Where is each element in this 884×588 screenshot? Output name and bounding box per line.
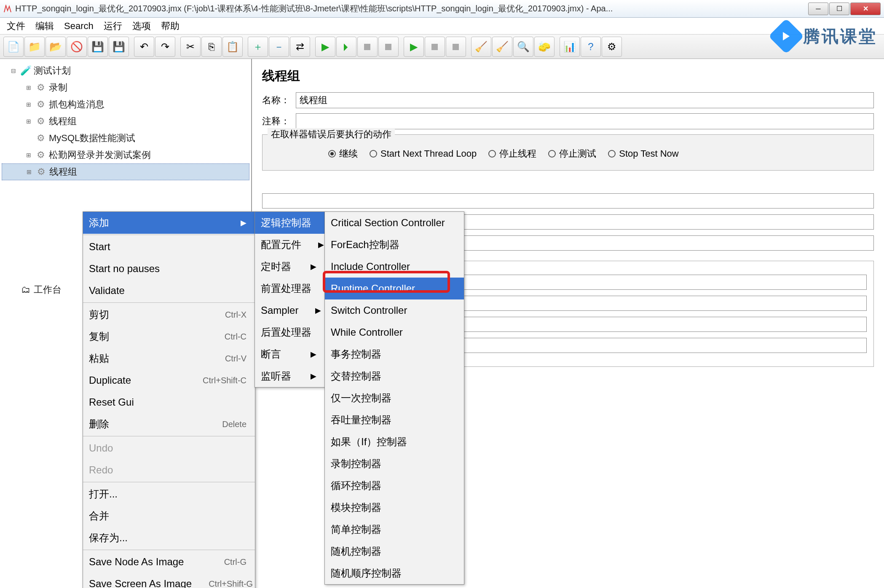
- tree-toggle-icon[interactable]: ⊞: [24, 152, 33, 158]
- tree-toggle-icon[interactable]: ⊟: [9, 67, 18, 74]
- context-item[interactable]: Save Screen As ImageCtrl+Shift-G: [83, 573, 255, 588]
- remote-shutdown-icon[interactable]: ⏹: [446, 37, 466, 57]
- menu-search[interactable]: Search: [64, 21, 94, 32]
- collapse-icon[interactable]: －: [269, 37, 289, 57]
- options-icon[interactable]: ⚙: [602, 37, 622, 57]
- controller-item[interactable]: ForEach控制器: [325, 234, 464, 256]
- remote-start-icon[interactable]: ▶: [404, 37, 424, 57]
- stop-icon[interactable]: ⏹: [357, 37, 378, 57]
- radio-continue[interactable]: 继续: [328, 147, 358, 160]
- controller-item[interactable]: Switch Controller: [325, 299, 464, 321]
- context-item[interactable]: 粘贴Ctrl-V: [83, 347, 255, 369]
- start-nopause-icon[interactable]: ⏵: [336, 37, 356, 57]
- tree-item[interactable]: ⊞ ⚙ 抓包构造消息: [2, 96, 249, 113]
- submenu-item[interactable]: 配置元件▶: [255, 234, 325, 256]
- controller-item[interactable]: 事务控制器: [325, 343, 464, 365]
- submenu-item[interactable]: Sampler▶: [255, 299, 325, 321]
- controller-item[interactable]: 录制控制器: [325, 453, 464, 475]
- context-item[interactable]: 打开...: [83, 483, 255, 505]
- context-item[interactable]: 添加▶: [83, 212, 255, 234]
- menu-edit[interactable]: 编辑: [35, 20, 54, 32]
- submenu-item[interactable]: 前置处理器▶: [255, 278, 325, 299]
- radio-startnext[interactable]: Start Next Thread Loop: [370, 148, 477, 159]
- expand-icon[interactable]: ＋: [248, 37, 268, 57]
- tree-toggle-icon[interactable]: ⊞: [24, 118, 33, 125]
- submenu-item[interactable]: 后置处理器▶: [255, 321, 325, 343]
- controller-item[interactable]: 随机控制器: [325, 540, 464, 562]
- tree-item[interactable]: ⚙ MySQL数据性能测试: [2, 130, 249, 147]
- context-item[interactable]: Start no pauses: [83, 258, 255, 280]
- shutdown-icon[interactable]: ⏹: [378, 37, 399, 57]
- templates-icon[interactable]: 📁: [24, 37, 45, 57]
- copy-icon[interactable]: ⎘: [201, 37, 222, 57]
- menu-file[interactable]: 文件: [7, 20, 25, 32]
- submenu-item[interactable]: 监听器▶: [255, 365, 325, 387]
- help-icon[interactable]: ?: [581, 37, 601, 57]
- controller-item[interactable]: 交替控制器: [325, 365, 464, 387]
- menu-options[interactable]: 选项: [132, 20, 151, 32]
- maximize-button[interactable]: ☐: [829, 3, 849, 15]
- controller-item[interactable]: 随机顺序控制器: [325, 562, 464, 584]
- context-item[interactable]: Start: [83, 236, 255, 258]
- controller-item[interactable]: 模块控制器: [325, 497, 464, 519]
- controller-item[interactable]: Critical Section Controller: [325, 212, 464, 234]
- context-item[interactable]: 合并: [83, 505, 255, 527]
- paste-icon[interactable]: 📋: [222, 37, 243, 57]
- clear-icon[interactable]: 🧹: [471, 37, 491, 57]
- submenu-item[interactable]: 断言▶: [255, 343, 325, 365]
- submenu-logic-controller: Critical Section ControllerForEach控制器Inc…: [324, 211, 464, 585]
- toggle-icon[interactable]: ⇄: [290, 37, 310, 57]
- tree-item-selected[interactable]: ⊞ ⚙ 线程组: [2, 163, 249, 180]
- clearall-icon[interactable]: 🧹: [492, 37, 512, 57]
- remote-stop-icon[interactable]: ⏹: [425, 37, 445, 57]
- saveas-icon[interactable]: 💾: [109, 37, 129, 57]
- radio-stoptest[interactable]: 停止测试: [548, 147, 596, 160]
- context-item[interactable]: Reset Gui: [83, 391, 255, 413]
- controller-item[interactable]: While Controller: [325, 321, 464, 343]
- function-icon[interactable]: 📊: [560, 37, 580, 57]
- tree-item[interactable]: ⊞ ⚙ 松勤网登录并发测试案例: [2, 147, 249, 163]
- search-icon[interactable]: 🔍: [513, 37, 533, 57]
- radio-stopnow[interactable]: Stop Test Now: [608, 148, 678, 159]
- tree-toggle-icon[interactable]: ⊞: [24, 101, 33, 108]
- tree-item[interactable]: ⊞ ⚙ 线程组: [2, 113, 249, 130]
- controller-item[interactable]: 简单控制器: [325, 519, 464, 540]
- controller-item[interactable]: Runtime Controller: [325, 278, 464, 299]
- reset-search-icon[interactable]: 🧽: [534, 37, 555, 57]
- redo-icon[interactable]: ↷: [155, 37, 175, 57]
- controller-item[interactable]: 仅一次控制器: [325, 387, 464, 409]
- start-icon[interactable]: ▶: [315, 37, 335, 57]
- minimize-button[interactable]: ─: [808, 3, 828, 15]
- close-icon[interactable]: 🚫: [67, 37, 87, 57]
- context-item[interactable]: 保存为...: [83, 527, 255, 549]
- close-button[interactable]: ✕: [850, 3, 881, 15]
- submenu-item[interactable]: 逻辑控制器▶: [255, 212, 325, 234]
- context-item[interactable]: Validate: [83, 280, 255, 302]
- open-icon[interactable]: 📂: [46, 37, 66, 57]
- tree-toggle-icon[interactable]: ⊞: [25, 168, 33, 175]
- controller-item[interactable]: 循环控制器: [325, 475, 464, 497]
- controller-item[interactable]: 吞吐量控制器: [325, 409, 464, 431]
- cut-icon[interactable]: ✂: [180, 37, 201, 57]
- menu-run[interactable]: 运行: [104, 20, 122, 32]
- submenu-item[interactable]: 定时器▶: [255, 256, 325, 278]
- new-icon[interactable]: 📄: [3, 37, 24, 57]
- context-item[interactable]: Save Node As ImageCtrl-G: [83, 551, 255, 573]
- name-input[interactable]: [296, 92, 874, 108]
- context-item[interactable]: 删除Delete: [83, 413, 255, 435]
- menu-help[interactable]: 帮助: [161, 20, 179, 32]
- tree-toggle-icon[interactable]: ⊞: [24, 84, 33, 91]
- context-item[interactable]: DuplicateCtrl+Shift-C: [83, 369, 255, 391]
- app-icon: [3, 5, 12, 13]
- undo-icon[interactable]: ↶: [134, 37, 154, 57]
- context-item[interactable]: 剪切Ctrl-X: [83, 304, 255, 326]
- context-item[interactable]: 复制Ctrl-C: [83, 326, 255, 347]
- comment-input[interactable]: [296, 113, 874, 129]
- radio-stopthread[interactable]: 停止线程: [488, 147, 536, 160]
- controller-item[interactable]: Include Controller: [325, 256, 464, 278]
- save-icon[interactable]: 💾: [88, 37, 108, 57]
- tree-item[interactable]: ⊞ ⚙ 录制: [2, 79, 249, 96]
- threads-input[interactable]: [262, 193, 874, 208]
- tree-root[interactable]: ⊟ 🧪 测试计划: [2, 62, 249, 79]
- controller-item[interactable]: 如果（If）控制器: [325, 431, 464, 453]
